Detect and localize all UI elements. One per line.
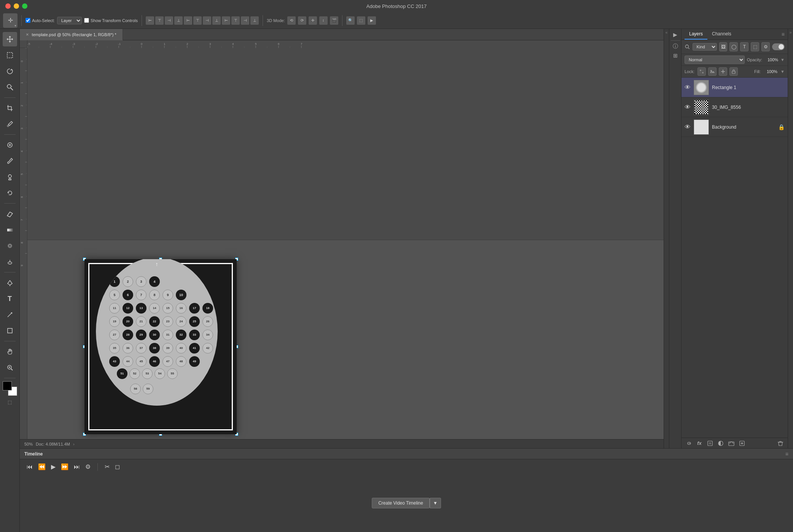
- foreground-color[interactable]: [3, 381, 12, 390]
- shape-tool[interactable]: [3, 323, 17, 338]
- history-brush-tool[interactable]: [3, 186, 17, 200]
- layer-vis-background[interactable]: 👁: [685, 124, 691, 131]
- filter-toggle[interactable]: [772, 43, 785, 50]
- timeline-cut-btn[interactable]: ✂: [104, 462, 110, 471]
- fill-value[interactable]: 100%: [764, 69, 777, 74]
- delete-layer-btn[interactable]: [776, 439, 785, 448]
- filter-smart-btn[interactable]: ⚙: [761, 42, 770, 51]
- move-tool[interactable]: [3, 32, 17, 46]
- search-btn[interactable]: 🔍: [346, 16, 355, 25]
- create-timeline-dropdown-btn[interactable]: ▼: [430, 498, 441, 508]
- sidebar-icon-action[interactable]: ⊞: [671, 51, 680, 60]
- pen-tool[interactable]: [3, 276, 17, 290]
- fg-bg-colors[interactable]: [3, 381, 17, 396]
- auto-select-dropdown[interactable]: Layer Group: [57, 17, 82, 24]
- timeline-prev-btn[interactable]: ⏪: [37, 462, 46, 471]
- lock-all-btn[interactable]: [729, 67, 738, 76]
- lasso-tool[interactable]: [3, 64, 17, 78]
- panel-collapse-strip[interactable]: «: [664, 29, 669, 448]
- timeline-menu-icon[interactable]: ≡: [785, 451, 788, 457]
- minimize-button[interactable]: [14, 3, 19, 9]
- align-center-h-btn[interactable]: ⊤: [155, 16, 164, 25]
- blend-mode-select[interactable]: Normal Multiply Screen Overlay: [685, 56, 745, 64]
- align-bottom-btn[interactable]: ⊤: [193, 16, 202, 25]
- distribute-t-btn[interactable]: ⊤: [231, 16, 240, 25]
- type-tool[interactable]: T: [3, 291, 17, 306]
- distribute-b-btn[interactable]: ⊥: [250, 16, 259, 25]
- layer-vis-rectangle1[interactable]: 👁: [685, 84, 691, 91]
- distribute-ch-btn[interactable]: ⊥: [212, 16, 221, 25]
- 3d-mode-icon-3[interactable]: ✛: [309, 16, 317, 25]
- transform-checkbox[interactable]: [84, 18, 89, 23]
- lock-position-btn[interactable]: [719, 67, 727, 76]
- 3d-mode-icon-4[interactable]: ↕: [319, 16, 328, 25]
- link-layers-btn[interactable]: [685, 439, 693, 448]
- tab-layers[interactable]: Layers: [685, 29, 707, 40]
- close-button[interactable]: [5, 3, 11, 9]
- magic-wand-tool[interactable]: [3, 80, 17, 94]
- blur-tool[interactable]: [3, 239, 17, 253]
- distribute-r-btn[interactable]: ⊢: [222, 16, 230, 25]
- auto-select-checkbox[interactable]: [25, 18, 30, 23]
- timeline-first-btn[interactable]: ⏮: [26, 463, 33, 471]
- distribute-cv-btn[interactable]: ⊣: [241, 16, 249, 25]
- lock-image-btn[interactable]: [708, 67, 717, 76]
- new-layer-btn[interactable]: [738, 439, 746, 448]
- filter-type-btn[interactable]: T: [740, 42, 748, 51]
- align-right-btn[interactable]: ⊣: [165, 16, 173, 25]
- document-tab[interactable]: × template.psd @ 50% (Rectangle 1, RGB/8…: [20, 29, 123, 40]
- tab-channels[interactable]: Channels: [707, 29, 736, 40]
- hand-tool[interactable]: [3, 344, 17, 359]
- healing-tool[interactable]: [3, 138, 17, 152]
- eraser-tool[interactable]: [3, 207, 17, 221]
- auto-select-label[interactable]: Auto-Select:: [25, 18, 55, 23]
- status-arrow[interactable]: ›: [73, 442, 75, 446]
- zoom-tool[interactable]: [3, 360, 17, 375]
- add-mask-btn[interactable]: [706, 439, 714, 448]
- distribute-l-btn[interactable]: ⊣: [203, 16, 211, 25]
- align-top-btn[interactable]: ⊥: [174, 16, 183, 25]
- brush-tool[interactable]: [3, 154, 17, 168]
- filter-pixel-btn[interactable]: 🖼: [719, 42, 728, 51]
- lock-transparent-btn[interactable]: [697, 67, 706, 76]
- clone-stamp-tool[interactable]: [3, 170, 17, 184]
- sidebar-icon-info[interactable]: ⓘ: [671, 42, 680, 51]
- transform-label[interactable]: Show Transform Controls: [84, 18, 138, 23]
- layer-item-img8556[interactable]: 👁 30_IMG_8556: [682, 97, 788, 117]
- path-selection-tool[interactable]: [3, 307, 17, 322]
- 3d-mode-icon-5[interactable]: 🎬: [330, 16, 338, 25]
- eyedropper-tool[interactable]: [3, 117, 17, 131]
- layer-item-rectangle1[interactable]: 👁 Rectangle 1: [682, 78, 788, 97]
- fill-chevron[interactable]: ▼: [780, 69, 785, 74]
- crop-tool[interactable]: [3, 101, 17, 115]
- layer-item-background[interactable]: 👁 Background 🔒: [682, 117, 788, 137]
- new-group-btn[interactable]: [727, 439, 736, 448]
- workspace-btn[interactable]: ⬚: [357, 16, 365, 25]
- dodge-tool[interactable]: [3, 255, 17, 269]
- timeline-last-btn[interactable]: ⏭: [73, 463, 81, 471]
- filter-shape-btn[interactable]: ⬚: [751, 42, 759, 51]
- create-timeline-btn[interactable]: Create Video Timeline: [372, 498, 430, 508]
- opacity-chevron[interactable]: ▼: [780, 57, 785, 62]
- filter-adj-btn[interactable]: ◯: [729, 42, 738, 51]
- gradient-tool[interactable]: [3, 223, 17, 237]
- right-expand-strip[interactable]: »: [788, 29, 793, 448]
- timeline-blank-btn[interactable]: ◻: [114, 462, 121, 471]
- align-center-v-btn[interactable]: ⊢: [184, 16, 192, 25]
- filter-kind-select[interactable]: Kind Name Effect: [693, 43, 717, 51]
- move-tool-btn[interactable]: ✛ ▼: [3, 13, 18, 28]
- marquee-tool[interactable]: [3, 48, 17, 62]
- canvas-document[interactable]: 1 2 3 4: [84, 259, 237, 434]
- layer-fx-btn[interactable]: fx: [695, 439, 704, 448]
- quick-mask-btn[interactable]: ⬚: [6, 399, 13, 406]
- extra-btn[interactable]: ▶: [368, 16, 376, 25]
- layer-vis-img8556[interactable]: 👁: [685, 104, 691, 111]
- maximize-button[interactable]: [22, 3, 27, 9]
- fill-adj-btn[interactable]: [717, 439, 725, 448]
- layers-menu-icon[interactable]: ≡: [782, 31, 785, 37]
- 3d-mode-icon-2[interactable]: ⟳: [298, 16, 306, 25]
- timeline-next-btn[interactable]: ⏩: [60, 462, 69, 471]
- timeline-play-btn[interactable]: ▶: [50, 462, 56, 471]
- canvas-viewport[interactable]: 1 2 3 4: [27, 240, 664, 440]
- 3d-mode-icon-1[interactable]: ⟲: [287, 16, 296, 25]
